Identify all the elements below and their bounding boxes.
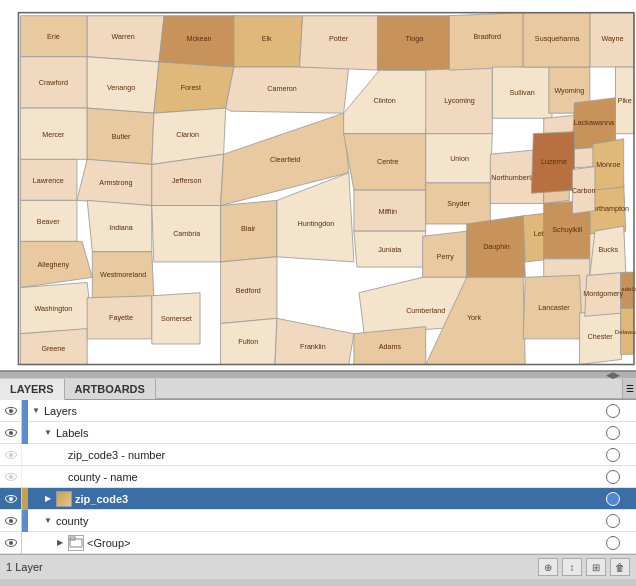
visibility-toggle-layers[interactable] <box>0 400 22 422</box>
svg-text:Venango: Venango <box>107 84 135 92</box>
panel-footer: 1 Layer ⊕ ↕ ⊞ 🗑 <box>0 554 636 579</box>
layer-target-zip-code3[interactable] <box>606 492 620 506</box>
layer-name-zip-number: zip_code3 - number <box>68 449 602 461</box>
svg-text:Mifflin: Mifflin <box>378 208 397 216</box>
svg-text:Centre: Centre <box>377 158 399 166</box>
svg-text:Perry: Perry <box>437 253 455 261</box>
panel-header: LAYERS ARTBOARDS ☰ <box>0 379 636 400</box>
layer-target-county-name[interactable] <box>606 470 620 484</box>
delete-layer-button[interactable]: 🗑 <box>610 558 630 576</box>
expand-arrow-zip-code3[interactable]: ▶ <box>40 488 56 510</box>
svg-text:Mercer: Mercer <box>42 131 65 139</box>
layer-name-labels: Labels <box>56 427 602 439</box>
visibility-toggle-county[interactable] <box>0 510 22 532</box>
svg-text:Forest: Forest <box>181 84 201 92</box>
svg-text:Beaver: Beaver <box>37 218 60 226</box>
svg-text:Clinton: Clinton <box>374 97 396 105</box>
layer-row-zip-code3[interactable]: ▶ zip_code3 <box>0 488 636 510</box>
layer-row-zip-number[interactable]: zip_code3 - number <box>0 444 636 466</box>
svg-text:Schuylkill: Schuylkill <box>552 226 582 234</box>
color-indicator <box>22 532 28 554</box>
visibility-toggle-group[interactable] <box>0 532 22 554</box>
svg-text:Cumberland: Cumberland <box>406 307 445 315</box>
move-selection-button[interactable]: ↕ <box>562 558 582 576</box>
svg-text:Monroe: Monroe <box>596 161 620 169</box>
svg-text:Sullivan: Sullivan <box>510 89 535 97</box>
svg-text:Lawrence: Lawrence <box>33 177 64 185</box>
svg-text:Armstrong: Armstrong <box>99 179 132 187</box>
layers-list: ▼ Layers ▼ Labels zip_code <box>0 400 636 554</box>
svg-text:Bedford: Bedford <box>236 287 261 295</box>
layer-target-zip-number[interactable] <box>606 448 620 462</box>
svg-text:Tioga: Tioga <box>406 35 424 43</box>
layer-name-county-name: county - name <box>68 471 602 483</box>
layer-row-layers[interactable]: ▼ Layers <box>0 400 636 422</box>
expand-arrow-county[interactable]: ▼ <box>40 510 56 532</box>
svg-text:Westmoreland: Westmoreland <box>100 271 146 279</box>
svg-text:Huntingdon: Huntingdon <box>298 220 335 228</box>
svg-text:Elk: Elk <box>262 35 272 43</box>
layer-target-group[interactable] <box>606 536 620 550</box>
svg-text:Jefferson: Jefferson <box>172 177 201 185</box>
layer-target-labels[interactable] <box>606 426 620 440</box>
map-area: Erie Crawford Mercer Lawrence Beaver All… <box>0 0 636 370</box>
svg-text:Juniata: Juniata <box>378 246 401 254</box>
svg-text:Clarion: Clarion <box>176 131 199 139</box>
expand-arrow-group[interactable]: ▶ <box>52 532 68 554</box>
color-indicator <box>22 510 28 532</box>
layer-row-county[interactable]: ▼ county <box>0 510 636 532</box>
expand-arrow-labels[interactable]: ▼ <box>40 422 56 444</box>
svg-text:Cameron: Cameron <box>267 85 297 93</box>
color-indicator <box>22 466 28 488</box>
visibility-toggle-county-name[interactable] <box>0 466 22 488</box>
svg-text:Franklin: Franklin <box>300 343 326 351</box>
svg-text:Bradford: Bradford <box>474 33 502 41</box>
svg-marker-91 <box>449 13 523 70</box>
svg-text:Greene: Greene <box>41 345 65 353</box>
layer-name-group: <Group> <box>87 537 602 549</box>
svg-text:Potter: Potter <box>329 35 349 43</box>
svg-text:Blair: Blair <box>241 225 256 233</box>
svg-text:Mckean: Mckean <box>186 35 211 43</box>
new-layer-button[interactable]: ⊕ <box>538 558 558 576</box>
layer-row-group[interactable]: ▶ <Group> <box>0 532 636 554</box>
make-release-button[interactable]: ⊞ <box>586 558 606 576</box>
svg-text:Fulton: Fulton <box>238 338 258 346</box>
svg-text:Lancaster: Lancaster <box>538 304 570 312</box>
layer-row-labels[interactable]: ▼ Labels <box>0 422 636 444</box>
svg-text:Warren: Warren <box>111 33 134 41</box>
svg-text:Montgomery: Montgomery <box>583 290 623 298</box>
svg-text:Crawford: Crawford <box>39 79 68 87</box>
layer-name-zip-code3: zip_code3 <box>75 493 602 505</box>
layer-count-label: 1 Layer <box>6 561 43 573</box>
panel-options-btn[interactable]: ☰ <box>622 379 636 399</box>
svg-text:Bucks: Bucks <box>599 246 619 254</box>
svg-text:Allegheny: Allegheny <box>38 261 70 269</box>
layer-target-county[interactable] <box>606 514 620 528</box>
tab-artboards[interactable]: ARTBOARDS <box>65 379 156 399</box>
svg-text:Fayette: Fayette <box>109 314 133 322</box>
svg-text:Wyoming: Wyoming <box>554 87 584 95</box>
svg-text:Dauphin: Dauphin <box>483 243 510 251</box>
color-indicator <box>22 444 28 466</box>
svg-text:Lycoming: Lycoming <box>444 97 474 105</box>
svg-text:Clearfield: Clearfield <box>270 156 300 164</box>
layer-target-layers[interactable] <box>606 404 620 418</box>
svg-text:Washington: Washington <box>35 305 73 313</box>
visibility-toggle-zip-code3[interactable] <box>0 488 22 510</box>
svg-text:York: York <box>467 314 482 322</box>
visibility-toggle-labels[interactable] <box>0 422 22 444</box>
tab-layers[interactable]: LAYERS <box>0 379 65 400</box>
layer-row-county-name[interactable]: county - name <box>0 466 636 488</box>
svg-text:Somerset: Somerset <box>161 315 192 323</box>
color-indicator <box>22 488 28 510</box>
svg-text:Union: Union <box>450 155 469 163</box>
visibility-toggle-zip-number[interactable] <box>0 444 22 466</box>
svg-text:Chester: Chester <box>588 333 614 341</box>
svg-text:Wayne: Wayne <box>601 35 623 43</box>
expand-arrow-layers[interactable]: ▼ <box>28 400 44 422</box>
svg-text:Pike: Pike <box>618 97 632 105</box>
layer-thumbnail-zip-code3 <box>56 491 72 507</box>
svg-text:Susquehanna: Susquehanna <box>535 35 579 43</box>
layer-name-layers: Layers <box>44 405 602 417</box>
